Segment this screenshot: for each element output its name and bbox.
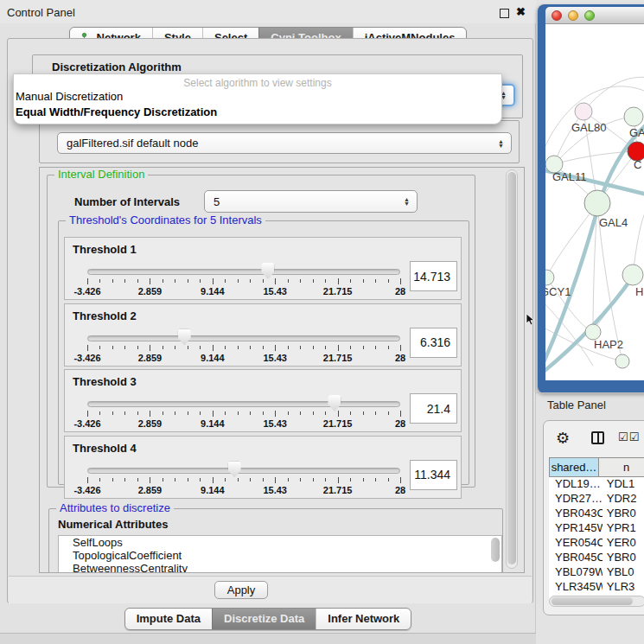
network-node[interactable] [622,265,643,285]
tick-label: 2.859 [138,286,163,296]
tick-mark [99,346,100,349]
tick-mark [213,411,214,417]
tick-mark [300,346,301,349]
table-panel-title: Table Panel [547,399,606,411]
cell-shared-name: YPR145W [549,521,603,536]
table-panel: ⚙ ☑☑ shared… n YDL19…YDL1YDR27…YDR2YBR04… [543,420,644,615]
threshold-coordinates-label: Threshold's Coordinates for 5 Intervals [66,214,265,226]
tick-mark [163,478,163,481]
tick-mark [400,345,401,351]
dropdown-option-equal-width-frequency-discretization[interactable]: Equal Width/Frequency Discretization [14,105,501,120]
slider-thumb[interactable] [228,462,241,478]
network-node[interactable] [575,103,592,120]
tick-mark [200,346,201,349]
number-of-intervals-combobox[interactable]: 5 ▲▼ [204,190,418,213]
tick-mark [163,279,163,283]
tick-mark [200,411,201,415]
threshold-value-field[interactable]: 21.4 [410,393,457,424]
table-row[interactable]: YDL19…YDL1 [549,477,644,492]
tick-mark [313,279,314,283]
threshold-label: Threshold 3 [73,375,137,388]
tab-infer-network[interactable]: Infer Network [316,609,411,629]
network-node[interactable] [584,190,610,216]
table-row[interactable]: YPR145WYPR1 [549,521,644,536]
cell-name: YER0 [603,536,644,551]
tick-mark [288,478,289,481]
tick-mark [124,279,125,283]
network-node[interactable] [615,354,629,368]
tick-mark [137,346,138,349]
scrollbar-thumb[interactable] [507,172,516,564]
tick-mark [112,478,113,481]
threshold-value-field[interactable]: 14.713 [410,261,457,291]
threshold-label: Threshold 2 [73,309,137,322]
column-header-name[interactable]: n [599,457,644,477]
tick-mark [363,411,364,415]
tick-mark [87,278,88,284]
tick-label: 9.144 [201,485,225,495]
control-panel: Control Panel ✖ NetworkStyleSelectCyni T… [0,0,536,644]
slider-track[interactable] [87,401,400,407]
tick-mark [163,411,163,415]
tick-label: 21.715 [323,485,353,495]
tick-mark [313,411,314,415]
table-horizontal-scrollbar[interactable] [549,596,644,607]
table-row[interactable]: YDR27…YDR2 [549,492,644,507]
tick-label: 21.715 [323,353,353,363]
tab-impute-data[interactable]: Impute Data [125,609,212,629]
tab-discretize-data[interactable]: Discretize Data [212,609,316,629]
table-row[interactable]: YER054CYER0 [549,536,644,551]
close-traffic-light[interactable] [552,10,562,21]
slider-ticks [87,345,400,352]
slider-track[interactable] [87,468,400,474]
tick-mark [400,278,401,284]
dropdown-option-manual-discretization[interactable]: Manual Discretization [14,89,501,105]
tick-mark [338,411,339,417]
table-row[interactable]: YLR345WYLR3 [549,580,644,595]
slider-thumb[interactable] [178,329,191,346]
attribute-item-topologicalcoefficient[interactable]: TopologicalCoefficient [59,549,501,562]
threshold-value-field[interactable]: 6.316 [410,328,457,358]
tick-label: 21.715 [323,418,353,429]
scrollbar-thumb[interactable] [552,597,633,605]
slider-thumb[interactable] [261,263,274,279]
threshold-value-field[interactable]: 11.344 [410,460,457,490]
columns-icon[interactable] [591,431,604,444]
minimize-traffic-light[interactable] [568,10,578,21]
slider-track[interactable] [87,335,400,341]
tick-mark [225,279,226,283]
apply-button[interactable]: Apply [214,581,268,599]
network-canvas[interactable]: GAL80GACGAL11GAL4GCY1HHAP2 [545,24,644,380]
attribute-item-selfloops[interactable]: SelfLoops [59,536,501,549]
tick-mark [188,411,188,415]
slider-thumb[interactable] [328,395,341,411]
network-node[interactable] [545,270,554,285]
list-scrollbar-thumb[interactable] [491,538,500,562]
tick-mark [375,279,376,283]
tick-mark [150,411,150,417]
threshold-label: Threshold 4 [73,442,137,455]
table-row[interactable]: YBL079WYBL0 [549,565,644,580]
column-header-shared-name[interactable]: shared… [549,457,599,477]
algorithm-dropdown-popup: Select algorithm to view settings Manual… [13,73,502,124]
settings-scrollpane: Interval Definition Number of Intervals … [39,167,525,573]
number-of-intervals-label: Number of Intervals [74,195,180,208]
attribute-item-betweennesscentrality[interactable]: BetweennessCentrality [59,562,501,573]
settings-vertical-scrollbar[interactable] [506,169,518,569]
table-data-combobox[interactable]: galFiltered.sif default node ▲▼ [57,132,512,154]
table-row[interactable]: YBR043CYBR0 [549,507,644,521]
tick-label: 28 [395,353,405,363]
float-window-icon[interactable] [500,9,509,18]
table-row[interactable]: YBR045CYBR0 [549,551,644,565]
tick-label: 15.43 [263,418,287,429]
close-icon[interactable]: ✖ [516,5,526,18]
network-window-titlebar[interactable] [545,7,644,24]
gear-icon[interactable]: ⚙ [556,429,570,448]
checkboxes-icon[interactable]: ☑☑ [618,430,640,443]
zoom-traffic-light[interactable] [584,10,595,21]
slider-track[interactable] [87,269,400,275]
node-label: GCY1 [545,285,571,298]
tick-mark [99,279,100,283]
network-node[interactable] [624,107,643,126]
tick-mark [325,478,326,481]
